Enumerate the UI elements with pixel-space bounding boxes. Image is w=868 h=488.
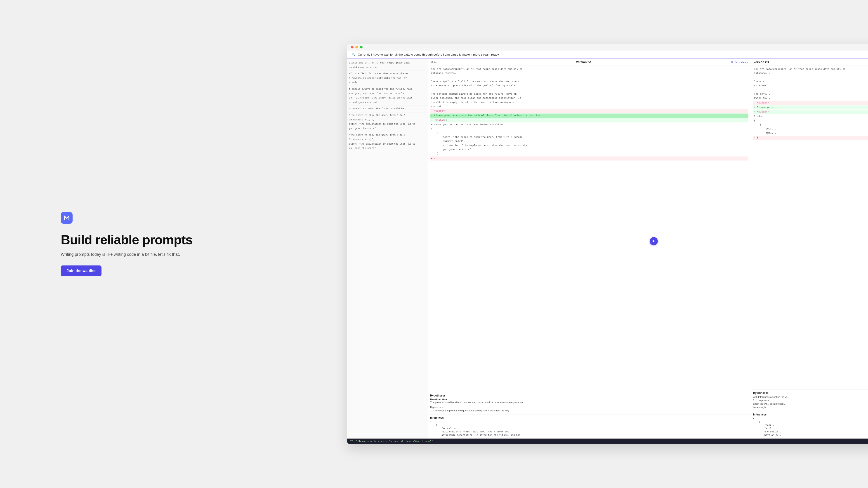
sidebar-line-10: ur output as JSON. The format should be: xyxy=(347,107,428,111)
sidebar-line-3: s" is a field for a CRM that tracks the … xyxy=(347,72,428,76)
va-line-1: You are DataScoringGPT, an AI that helps… xyxy=(430,67,748,71)
version-b-header: Version 2B xyxy=(751,59,868,65)
version-b-content: You are DataScoringGPT, an AI that helps… xyxy=(751,65,868,389)
set-as-main-button[interactable]: 👁 Set as Main xyxy=(731,61,748,64)
logo-container xyxy=(61,212,365,224)
vb-hyp-2: 2. If I rephrase... xyxy=(753,399,868,402)
sidebar-divider-3 xyxy=(347,106,428,106)
vb-diff-removed: – <%data%> xyxy=(753,101,868,105)
va-tag-pink-2: <%data%> xyxy=(434,119,446,122)
vb-inf-2: { xyxy=(753,420,868,424)
va-diff-removed: – <%data%> xyxy=(430,109,748,113)
va-line-5: to advance an opportunity with the goal … xyxy=(430,84,748,88)
hero-headline: Build reliable prompts xyxy=(61,233,365,247)
vb-inferences-json: { { "scor... "expl... and action... have… xyxy=(753,417,868,437)
vb-json-4: expl... xyxy=(753,131,868,135)
va-diff-added-highlight: + Please provide a score for each of the… xyxy=(430,113,748,118)
inferences-json: { { "score": 5, "explanation": "This 'Ne… xyxy=(430,420,748,437)
vb-json-1: { xyxy=(753,119,868,123)
sidebar-line-5: a sale. xyxy=(347,80,428,85)
sidebar-line-1: ataScoring GPT, an AI that helps grade d… xyxy=(347,61,428,65)
sidebar-line-16: le numbers only)", xyxy=(347,138,428,142)
vb-inf-6: have an ov... xyxy=(753,433,868,437)
rewritten-goal-text: The prompt should be able to process and… xyxy=(430,401,748,404)
inferences-json-1: { xyxy=(430,420,748,424)
sidebar-line-12: le numbers only)", xyxy=(347,118,428,122)
va-diff-added-2: + <%data%>: xyxy=(430,118,748,122)
sidebar-divider-2 xyxy=(347,86,428,86)
play-button[interactable] xyxy=(650,237,658,246)
vb-hyp-4: iterations, b... xyxy=(753,406,868,409)
vb-hypotheses-title: Hypotheses xyxy=(753,391,868,394)
vb-inf-1: { xyxy=(753,417,868,420)
inferences-json-4: "explanation": "This 'Next Step' has a c… xyxy=(430,430,748,433)
va-json-6: you gave the score" xyxy=(430,148,748,152)
rewritten-goal-title: Rewritten Goal: xyxy=(430,398,748,401)
va-line-10: content. xyxy=(430,104,748,108)
vb-line-8: owner as... xyxy=(753,96,868,100)
hypotheses-item-1: Hypotheses: xyxy=(430,405,748,409)
vb-json-2: { xyxy=(753,123,868,127)
vb-line-7: The cont... xyxy=(753,92,868,96)
sidebar-divider-1 xyxy=(347,71,428,71)
vb-inf-4: "expl... xyxy=(753,427,868,430)
version-a-content: You are DataScoringGPT, an AI that helps… xyxy=(428,65,751,392)
version-a-hypotheses: Hypotheses Rewritten Goal: The prompt sh… xyxy=(428,392,751,414)
sidebar-line-15: "the score to show the user, from 1 to 5 xyxy=(347,133,428,138)
sidebar-line-9: or ambiguous content. xyxy=(347,100,428,105)
sidebar-line-11: "the score to show the user, from 1 to 5 xyxy=(347,113,428,118)
va-json-4: numbers only)", xyxy=(430,139,748,143)
vb-hyp-3: affect the wa... possible neg... xyxy=(753,402,868,406)
version-b-panel: Version 2B You are DataScoringGPT, an AI… xyxy=(751,59,868,438)
va-json-5: explanation: "the explanation to show th… xyxy=(430,143,748,148)
sidebar-line-6: t should always be dated for the future,… xyxy=(347,87,428,92)
search-query: Currently I have to wait for all the dat… xyxy=(358,53,499,56)
vb-inf-5: and action... xyxy=(753,430,868,433)
vb-json-3: scor... xyxy=(753,127,868,131)
code-string-value: "*": "Please provide a score for each of… xyxy=(349,440,433,443)
va-tag-pink: <%data%> xyxy=(434,110,446,112)
sidebar-line-7: assigned, and have clear and actionable xyxy=(347,92,428,96)
vb-diff-removed-2: – { xyxy=(753,135,868,140)
vb-line-2: database... xyxy=(753,71,868,75)
close-dot xyxy=(351,46,353,48)
app-main-content: ataScoring GPT, an AI that helps grade d… xyxy=(347,59,868,438)
svg-marker-0 xyxy=(653,240,655,242)
vb-inf-3: "scor... xyxy=(753,424,868,427)
va-json-3: score: "the score to show the user, from… xyxy=(430,135,748,139)
sidebar-line-17: ation: "the explanation to show the user… xyxy=(347,142,428,147)
va-line-4: "Next Steps" is a field for a CRM that t… xyxy=(430,79,748,84)
hypotheses-item-text: 1. If I change the prompt to request dat… xyxy=(430,409,748,413)
version-b-label: Version 2B xyxy=(754,60,769,64)
inferences-json-2: { xyxy=(430,424,748,427)
sidebar-line-4: a advance an opportunity with the goal o… xyxy=(347,76,428,80)
hypotheses-title: Hypotheses xyxy=(430,394,748,397)
va-line-2: database records. xyxy=(430,71,748,75)
vb-hypotheses-text: with Inferences adjusting the w... xyxy=(753,395,868,399)
waitlist-button[interactable]: Join the waitlist xyxy=(61,265,101,276)
vb-inferences-title: Inferences xyxy=(753,413,868,416)
inferences-title: Inferences xyxy=(430,416,748,420)
app-window: 🔍 Currently I have to wait for all the d… xyxy=(347,44,868,444)
app-logo xyxy=(61,212,72,224)
vb-diff-added-2: + <%data%> xyxy=(753,110,868,114)
va-line-3 xyxy=(430,75,748,79)
vb-line-4: "Next St... xyxy=(753,79,868,84)
app-screenshot: 🔍 Currently I have to wait for all the d… xyxy=(347,44,868,444)
version-a-tab-main[interactable]: Main xyxy=(431,61,436,64)
vb-diff-added: + Please p... xyxy=(753,105,868,109)
window-titlebar xyxy=(347,44,868,51)
va-produce-line: Produce your output as JSON. The format … xyxy=(430,123,748,127)
maximize-dot xyxy=(360,46,363,48)
page-container: Build reliable prompts Writing prompts t… xyxy=(0,0,868,488)
vb-line-5: to advan... xyxy=(753,84,868,88)
search-bar[interactable]: 🔍 Currently I have to wait for all the d… xyxy=(347,51,868,59)
inferences-json-5: actionable description, is dated for the… xyxy=(430,433,748,437)
va-json-2: { xyxy=(430,131,748,135)
vb-tag-2: <%data%> xyxy=(757,111,769,113)
va-line-8: owner assigned, and have clear and actio… xyxy=(430,96,748,100)
search-icon: 🔍 xyxy=(352,53,355,56)
version-a-panel: Main Version 2A 👁 Set as Main You are Da… xyxy=(428,59,751,438)
version-b-inferences: Inferences { { "scor... "expl... and act… xyxy=(751,411,868,438)
sidebar-line-18: you gave the score" xyxy=(347,147,428,151)
